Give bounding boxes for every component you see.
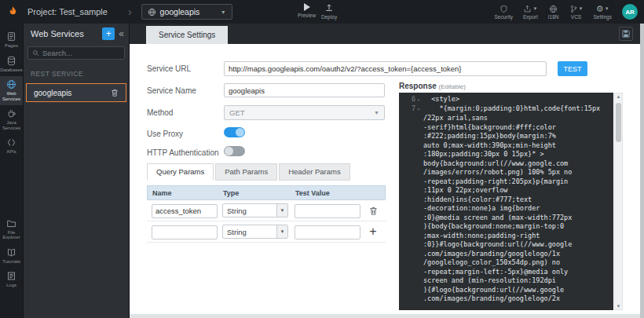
code-fold-icon[interactable]: ▾ <box>415 95 422 104</box>
method-select[interactable]: GET ▼ <box>224 105 385 120</box>
scrollbar-thumb[interactable] <box>616 103 621 142</box>
collapse-panel-icon[interactable]: « <box>119 28 124 39</box>
code-line: /images/errors/robot.png) 100% 5px no <box>399 168 613 177</box>
rail-item-tutorials[interactable]: Tutorials <box>0 244 23 269</box>
code-fold-icon[interactable]: ▾ <box>415 104 422 114</box>
pages-icon <box>6 31 16 42</box>
code-fold-icon[interactable] <box>415 258 422 268</box>
export-button[interactable]: ▼ Export <box>523 4 538 20</box>
code-text: -serif}html{background:#fff;color <box>422 123 556 133</box>
tab-query-params[interactable]: Query Params <box>147 163 214 181</box>
line-number <box>399 214 415 223</box>
code-fold-icon[interactable] <box>415 141 422 151</box>
code-fold-icon[interactable] <box>415 240 422 250</box>
code-fold-icon[interactable] <box>415 168 422 177</box>
code-fold-icon[interactable] <box>415 286 422 295</box>
page-horizontal-scrollbar[interactable] <box>130 314 640 318</box>
service-name-input[interactable] <box>224 83 385 97</box>
web-services-panel: Web Services + « REST SERVICE googleapis <box>24 24 130 318</box>
code-fold-icon[interactable] <box>415 214 422 223</box>
flame-logo-icon[interactable] <box>6 5 20 19</box>
code-fold-icon[interactable] <box>415 132 422 141</box>
chevron-down-icon: ▼ <box>532 6 537 11</box>
add-service-button[interactable]: + <box>102 27 115 40</box>
chevron-down-icon: ▼ <box>605 6 609 11</box>
apis-icon <box>6 137 16 148</box>
tab-path-params[interactable]: Path Params <box>215 163 277 181</box>
scroll-up-icon[interactable]: ▲ <box>615 94 622 99</box>
code-fold-icon[interactable] <box>415 159 422 169</box>
page-vertical-scrollbar[interactable] <box>640 24 644 318</box>
method-label: Method <box>147 108 173 117</box>
code-fold-icon[interactable] <box>415 123 422 133</box>
tab-header-params[interactable]: Header Params <box>279 163 350 181</box>
code-line: 7 ▾ *{margin:0;padding:0}html,code{font:… <box>399 104 613 114</box>
param-test-value-input[interactable] <box>295 225 360 239</box>
tab-service-settings[interactable]: Service Settings <box>146 26 228 44</box>
code-fold-icon[interactable] <box>415 114 422 123</box>
param-test-value-input[interactable] <box>295 204 360 218</box>
editor-scrollbar[interactable]: ▲ ▼ <box>614 93 623 310</box>
search-input[interactable] <box>42 49 120 57</box>
test-button[interactable]: TEST <box>558 61 587 76</box>
user-avatar[interactable]: AR <box>622 4 638 20</box>
rail-item-pages[interactable]: Pages <box>0 28 23 53</box>
delete-service-icon[interactable] <box>110 88 119 97</box>
settings-button[interactable]: ⚙ ▼ Settings <box>594 4 613 20</box>
delete-param-icon[interactable] <box>368 206 379 216</box>
tutorials-icon <box>6 247 16 258</box>
rail-item-logs[interactable]: Logs <box>0 268 23 292</box>
code-fold-icon[interactable] <box>415 196 422 205</box>
code-fold-icon[interactable] <box>415 150 422 159</box>
code-line: :11px 0 22px;overflow <box>399 186 613 196</box>
i18n-button[interactable]: I18N <box>548 4 559 20</box>
column-header-test-value: Test Value <box>295 189 363 197</box>
code-fold-icon[interactable] <box>415 250 422 259</box>
rail-item-file-explorer[interactable]: File Explorer <box>0 215 23 244</box>
code-fold-icon[interactable] <box>415 177 422 187</box>
http-authentication-toggle[interactable] <box>224 146 245 156</box>
security-button[interactable]: Security <box>495 4 513 20</box>
param-name-input[interactable] <box>152 204 218 218</box>
code-text: body{background:url(//www.google.com <box>422 159 568 169</box>
i18n-label: I18N <box>548 14 559 20</box>
line-number <box>399 159 415 169</box>
topbar-right-actions: Security ▼ Export I18N ▼ VCS <box>495 0 638 24</box>
code-fold-icon[interactable] <box>415 232 422 241</box>
add-param-button[interactable]: + <box>369 225 376 238</box>
rail-item-java-services[interactable]: Java Services <box>0 105 23 134</box>
scroll-down-icon[interactable]: ▼ <box>615 304 622 309</box>
vcs-button[interactable]: ▼ VCS <box>569 4 584 20</box>
code-fold-icon[interactable] <box>415 186 422 196</box>
service-selector-dropdown[interactable]: googleapis ▼ <box>141 4 232 20</box>
rail-item-apis[interactable]: APIs <box>0 134 23 159</box>
code-fold-icon[interactable] <box>415 276 422 286</box>
code-line: :hidden}ins{color:#777;text <box>399 196 613 205</box>
code-fold-icon[interactable] <box>415 222 422 232</box>
rail-item-web-services[interactable]: Web Services <box>0 76 23 105</box>
code-fold-icon[interactable] <box>415 294 422 304</box>
chevron-down-icon: ▼ <box>579 6 584 11</box>
save-button[interactable] <box>619 27 633 41</box>
code-fold-icon[interactable] <box>415 204 422 214</box>
param-name-input[interactable] <box>152 225 218 239</box>
line-number <box>399 232 415 241</box>
code-text: /googlelogo_color_150x54dp.png) no <box>422 258 560 268</box>
service-list-item-googleapis[interactable]: googleapis <box>26 83 126 102</box>
preview-button[interactable]: Preview <box>298 3 316 18</box>
deploy-button[interactable]: Deploy <box>321 3 337 20</box>
line-number <box>399 141 415 151</box>
param-type-select[interactable]: String ▼ <box>222 203 288 217</box>
upload-icon <box>324 3 334 13</box>
response-label: Response (Editable) <box>399 82 466 90</box>
param-type-select[interactable]: String ▼ <box>222 225 288 239</box>
code-fold-icon[interactable] <box>415 268 422 277</box>
param-type-value: String <box>227 228 247 236</box>
response-editor[interactable]: 6 ▾ <style> 7 ▾ *{margin:0;padding:0}htm… <box>399 93 613 310</box>
search-box <box>27 46 125 60</box>
service-name-label: Service Name <box>147 86 196 95</box>
rail-item-databases[interactable]: Databases <box>0 53 23 77</box>
use-proxy-toggle[interactable] <box>224 127 245 137</box>
service-url-input[interactable] <box>224 61 547 76</box>
code-text: -repeat;padding-right:205px}p{margin <box>422 177 568 187</box>
